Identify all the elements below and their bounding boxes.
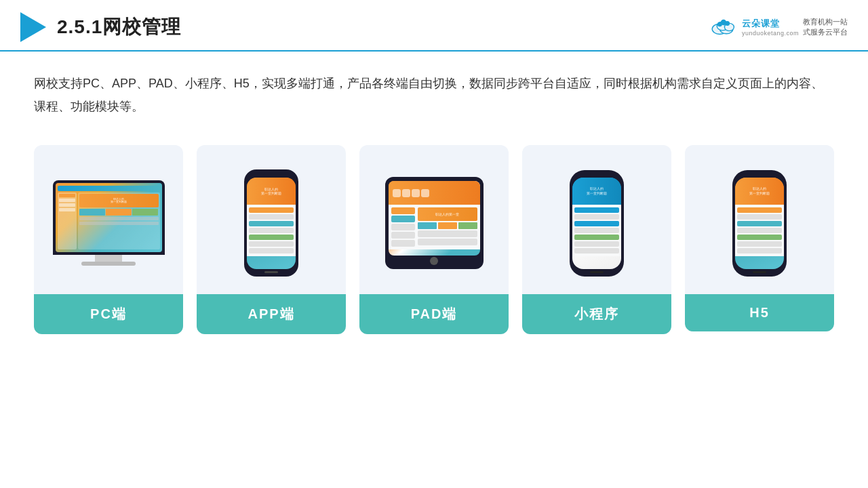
brand-logo: 云朵课堂 yunduoketang.com 教育机构一站式服务云平台 [709,17,848,38]
svg-point-6 [717,22,722,26]
pad-card: 职达人的第一堂 [359,145,509,334]
app-label: APP端 [197,294,346,334]
miniprogram-label: 小程序 [522,294,671,334]
miniprogram-image-area: 职达人的第一堂判断题 [522,145,671,294]
title-text: 网校管理 [102,16,181,37]
platform-cards: 职达人的第一堂判断题 [34,145,834,334]
app-card: 职达人的第一堂判断题 [197,145,346,334]
pc-card: 职达人的第一堂判断题 [34,145,183,334]
section-number: 2.5.1 [57,16,102,37]
brand-name: 云朵课堂 [742,18,780,30]
miniprogram-card: 职达人的第一堂判断题 [522,145,671,334]
cloud-logo-icon [709,17,738,37]
pad-image-area: 职达人的第一堂 [359,145,509,294]
brand-url: yunduoketang.com [742,30,799,37]
brand-tagline: 教育机构一站式服务云平台 [803,17,848,38]
app-phone-mockup: 职达人的第一堂判断题 [244,169,298,277]
pad-label: PAD端 [359,294,509,334]
header-left: 2.5.1网校管理 [20,12,181,42]
play-icon [20,12,46,42]
tablet-mockup: 职达人的第一堂 [385,177,484,269]
h5-label: H5 [685,294,834,331]
h5-card: 职达人的第一堂判断题 [685,145,834,331]
brand-info: 云朵课堂 yunduoketang.com [742,18,799,37]
pc-mockup: 职达人的第一堂判断题 [53,180,165,266]
pc-label: PC端 [34,294,183,334]
page-header: 2.5.1网校管理 云朵课堂 yunduoketang.com 教育机构一站式服… [0,0,868,52]
h5-image-area: 职达人的第一堂判断题 [685,145,834,294]
miniprogram-phone-mockup: 职达人的第一堂判断题 [570,170,624,277]
description-text: 网校支持PC、APP、PAD、小程序、H5，实现多端打通，产品各终端自由切换，数… [34,72,834,118]
app-image-area: 职达人的第一堂判断题 [197,145,346,294]
pc-image-area: 职达人的第一堂判断题 [34,145,183,294]
page-title: 2.5.1网校管理 [57,14,181,40]
h5-phone-mockup: 职达人的第一堂判断题 [732,170,787,277]
svg-point-5 [725,21,730,26]
main-content: 网校支持PC、APP、PAD、小程序、H5，实现多端打通，产品各终端自由切换，数… [0,52,868,348]
